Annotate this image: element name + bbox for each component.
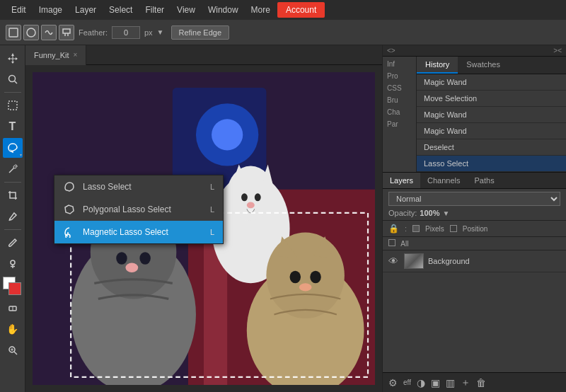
position-checkbox[interactable] — [450, 225, 457, 232]
eyedrop-btn[interactable] — [3, 207, 23, 226]
zoom-pan-btn[interactable] — [3, 69, 23, 89]
history-item-0[interactable]: Magic Wand — [417, 74, 566, 91]
history-item-1[interactable]: Move Selection — [417, 91, 566, 107]
svg-point-44 — [310, 271, 320, 284]
layers-panel: Layers Channels Paths Normal Multiply Sc… — [383, 172, 566, 392]
toolbar-icon-4[interactable] — [59, 25, 74, 40]
refine-edge-button[interactable]: Refine Edge — [171, 25, 230, 40]
text-tool-btn[interactable]: T — [3, 117, 23, 137]
menu-view[interactable]: View — [171, 2, 201, 18]
layer-mask-btn[interactable]: ▣ — [431, 377, 440, 388]
swatches-tab[interactable]: Swatches — [458, 57, 509, 74]
eraser-btn[interactable] — [3, 298, 23, 318]
zoom-btn[interactable] — [3, 340, 23, 360]
side-label-inf[interactable]: Inf — [383, 58, 416, 70]
hand-btn[interactable]: ✋ — [3, 319, 23, 339]
side-label-bru[interactable]: Bru — [383, 94, 416, 106]
layer-settings-btn[interactable]: ⚙ — [388, 377, 398, 388]
menu-account[interactable]: Account — [277, 2, 325, 18]
brush-btn[interactable] — [3, 233, 23, 253]
layers-footer: ⚙ eff ◑ ▣ ▥ ＋ 🗑 — [383, 372, 566, 392]
toolbar-icon-1[interactable] — [6, 25, 21, 40]
history-tab[interactable]: History — [417, 57, 458, 74]
layers-tab[interactable]: Layers — [383, 173, 420, 188]
layer-visibility-icon[interactable]: 👁 — [388, 255, 400, 267]
layer-add-btn[interactable]: ＋ — [461, 376, 470, 389]
toolbar-icon-3[interactable] — [41, 25, 57, 40]
color-swatches[interactable] — [3, 277, 23, 296]
side-label-cha[interactable]: Cha — [383, 106, 416, 118]
opacity-label: Opacity: — [388, 209, 417, 217]
panel-collapse-left[interactable]: <> — [387, 47, 395, 54]
clone-btn[interactable] — [3, 254, 23, 274]
svg-point-2 — [8, 76, 15, 82]
all-checkbox[interactable] — [388, 239, 395, 246]
layer-group-btn[interactable]: ▥ — [446, 377, 455, 388]
svg-point-1 — [27, 28, 35, 37]
svg-point-29 — [241, 193, 248, 201]
svg-point-11 — [11, 260, 15, 265]
wand-tool-btn[interactable] — [3, 159, 23, 179]
history-item-2[interactable]: Magic Wand — [417, 107, 566, 123]
menu-more[interactable]: More — [246, 2, 276, 18]
layer-options-row: 🔒 : Pixels Position — [383, 221, 566, 237]
pixels-checkbox[interactable] — [412, 225, 420, 232]
move-tool-btn[interactable] — [3, 48, 23, 68]
lock-icon: 🔒 — [388, 224, 399, 234]
all-layers-row: All — [383, 237, 566, 250]
toolbar-icon-2[interactable] — [23, 25, 39, 40]
layer-row-background[interactable]: 👁 Background — [383, 250, 566, 272]
context-lasso-select[interactable]: Lasso Select L — [54, 175, 223, 198]
feather-input[interactable] — [112, 26, 140, 39]
svg-point-40 — [266, 233, 345, 319]
canvas-content[interactable]: Lasso Select L Polygonal Lasso Select L — [25, 65, 382, 392]
side-label-css[interactable]: CSS — [383, 82, 416, 94]
blend-mode-select[interactable]: Normal Multiply Screen — [388, 192, 560, 206]
opacity-dropdown-arrow[interactable]: ▼ — [443, 209, 450, 217]
channels-tab[interactable]: Channels — [420, 173, 467, 188]
feather-dropdown-arrow[interactable]: ▼ — [157, 28, 164, 36]
tab-close-btn[interactable]: × — [74, 51, 78, 59]
svg-point-30 — [255, 193, 261, 201]
side-label-pro[interactable]: Pro — [383, 70, 416, 82]
opacity-row: Opacity: 100% ▼ — [388, 209, 560, 217]
tab-bar: Funny_Kit × — [25, 45, 382, 65]
menu-select[interactable]: Select — [103, 2, 138, 18]
history-item-5[interactable]: Lasso Select — [417, 156, 566, 172]
feather-unit: px — [144, 28, 153, 37]
menubar: Edit Image Layer Select Filter View Wind… — [0, 0, 566, 20]
context-magnetic-lasso[interactable]: Magnetic Lasso Select L — [54, 221, 223, 243]
context-menu: Lasso Select L Polygonal Lasso Select L — [54, 175, 224, 244]
lasso-tool-btn[interactable]: ▾ — [3, 138, 23, 158]
paths-tab[interactable]: Paths — [468, 173, 502, 188]
menu-layer[interactable]: Layer — [69, 2, 102, 18]
history-item-4[interactable]: Deselect — [417, 139, 566, 156]
crop-btn[interactable] — [3, 185, 23, 205]
right-panel: <> >< Inf Pro CSS Bru Cha Par History Sw… — [382, 45, 566, 392]
menu-window[interactable]: Window — [202, 2, 244, 18]
side-label-par[interactable]: Par — [383, 118, 416, 130]
history-item-3[interactable]: Magic Wand — [417, 123, 566, 139]
context-polygonal-lasso[interactable]: Polygonal Lasso Select L — [54, 198, 223, 221]
menu-edit[interactable]: Edit — [6, 2, 32, 18]
magnetic-lasso-icon — [63, 226, 76, 238]
options-toolbar: Feather: px ▼ Refine Edge — [0, 20, 566, 45]
layer-halftone-btn[interactable]: ◑ — [417, 377, 425, 388]
document-tab[interactable]: Funny_Kit × — [25, 45, 86, 65]
tool-separator-3 — [4, 229, 21, 230]
tab-filename: Funny_Kit — [34, 51, 69, 59]
tool-separator-2 — [4, 182, 21, 183]
history-panel: History Swatches Magic Wand Move Selecti… — [417, 57, 566, 172]
polygonal-lasso-label: Polygonal Lasso Select — [83, 204, 171, 214]
menu-image[interactable]: Image — [33, 2, 68, 18]
panel-collapse-right[interactable]: >< — [553, 47, 562, 54]
layer-delete-btn[interactable]: 🗑 — [476, 377, 486, 388]
left-toolbar: T ▾ — [0, 45, 25, 392]
opacity-value: 100% — [420, 209, 439, 217]
rect-select-btn[interactable] — [3, 96, 23, 115]
feather-label: Feather: — [79, 28, 108, 37]
layers-list: 👁 Background — [383, 250, 566, 372]
layer-eff-btn[interactable]: eff — [403, 379, 411, 386]
svg-point-36 — [116, 252, 127, 265]
menu-filter[interactable]: Filter — [139, 2, 170, 18]
